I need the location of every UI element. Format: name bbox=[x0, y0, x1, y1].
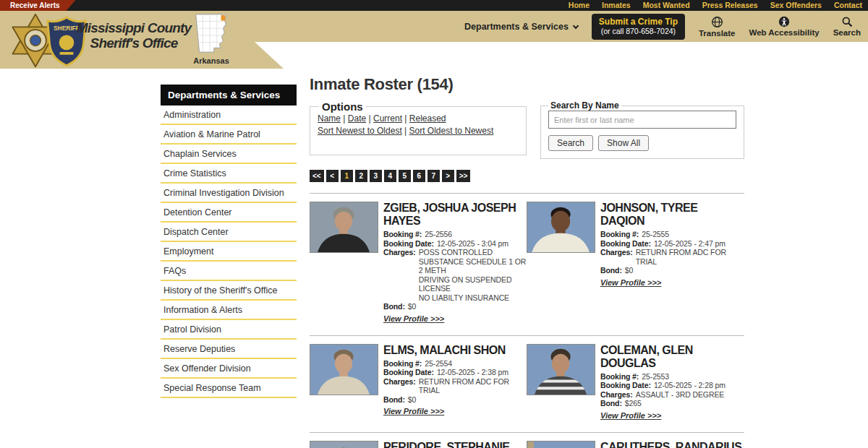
sidebar-item-criminal-investigation-division[interactable]: Criminal Investigation Division bbox=[161, 184, 297, 203]
accessibility-label: Web Accessibility bbox=[749, 28, 819, 37]
sidebar-item-dispatch-center[interactable]: Dispatch Center bbox=[161, 223, 297, 242]
view-profile-link[interactable]: View Profile >>> bbox=[600, 278, 661, 287]
page-1-button[interactable]: 1 bbox=[341, 170, 353, 182]
booking-no-value: 25-2555 bbox=[642, 230, 669, 239]
filter-date-link[interactable]: Date bbox=[348, 113, 366, 124]
inmate-name[interactable]: ELMS, MALACHI SHON bbox=[383, 344, 527, 357]
booking-date-label: Booking Date: bbox=[383, 239, 434, 249]
sidebar-item-information-alerts[interactable]: Information & Alerts bbox=[161, 301, 297, 320]
charges-label: Charges: bbox=[383, 377, 416, 395]
sidebar-item-crime-statistics[interactable]: Crime Statistics bbox=[161, 164, 297, 184]
sidebar-item-administration[interactable]: Administration bbox=[161, 105, 297, 125]
page-7-button[interactable]: 7 bbox=[427, 170, 440, 182]
web-accessibility-button[interactable]: Web Accessibility bbox=[749, 16, 819, 37]
show-all-button[interactable]: Show All bbox=[598, 135, 649, 151]
sort-oldest-link[interactable]: Sort Oldest to Newest bbox=[409, 126, 494, 136]
crime-tip-title: Submit a Crime Tip bbox=[599, 17, 678, 27]
nav-contact[interactable]: Contact bbox=[834, 0, 862, 11]
sidebar-title: Departments & Services bbox=[161, 85, 297, 105]
booking-date-label: Booking Date: bbox=[383, 368, 434, 377]
separator: | bbox=[369, 113, 371, 124]
charge-item: NO LIABILTY INSURANCE bbox=[419, 293, 527, 303]
top-navigation: Home Inmates Most Wanted Press Releases … bbox=[569, 0, 862, 11]
charges-value: ASSAULT - 3RD DEGREE bbox=[636, 390, 724, 400]
inmate-card-zgieb: ZGIEB, JOSHUA JOSEPH HAYES Booking #:25-… bbox=[310, 202, 527, 324]
page-first-button[interactable]: << bbox=[310, 170, 324, 182]
filter-links: Name | Date | Current | Released bbox=[318, 113, 519, 125]
agency-logo-group: SHERIFF Mississippi County Sheriff's Off… bbox=[0, 11, 284, 69]
state-label: Arkansas bbox=[192, 56, 230, 65]
sidebar-item-history[interactable]: History of the Sheriff's Office bbox=[161, 281, 297, 301]
inmate-name[interactable]: CARUTHERS, RANDARIUS MALIK bbox=[600, 441, 744, 448]
departments-services-dropdown[interactable]: Departments & Services bbox=[464, 22, 578, 32]
view-profile-link[interactable]: View Profile >>> bbox=[383, 407, 444, 415]
sidebar-item-detention-center[interactable]: Detention Center bbox=[161, 203, 297, 223]
charge-item: DRIVING ON SUSPENDED LICENSE bbox=[419, 275, 527, 293]
nav-press-releases[interactable]: Press Releases bbox=[702, 0, 758, 11]
inmate-roster-page: Receive Alerts Home Inmates Most Wanted … bbox=[0, 0, 868, 448]
charge-item: POSS CONTROLLED SUBSTANCE SCHEDULE 1 OR … bbox=[419, 248, 527, 275]
receive-alerts-button[interactable]: Receive Alerts bbox=[0, 0, 76, 11]
filter-current-link[interactable]: Current bbox=[373, 113, 402, 124]
booking-no-value: 25-2556 bbox=[425, 230, 452, 239]
sidebar-item-special-response-team[interactable]: Special Response Team bbox=[161, 379, 297, 398]
inmate-name[interactable]: PERIDORE, STEPHANIE RENEE bbox=[383, 441, 527, 448]
nav-most-wanted[interactable]: Most Wanted bbox=[643, 0, 690, 11]
translate-button[interactable]: Translate bbox=[699, 16, 736, 38]
page-5-button[interactable]: 5 bbox=[399, 170, 411, 182]
nav-sex-offenders[interactable]: Sex Offenders bbox=[770, 0, 822, 11]
separator: | bbox=[404, 126, 407, 136]
mugshot-photo[interactable] bbox=[310, 344, 378, 395]
charges-value: RETURN FROM ADC FOR TRIAL bbox=[419, 377, 527, 395]
sidebar-item-aviation-marine-patrol[interactable]: Aviation & Marine Patrol bbox=[161, 125, 297, 145]
page-6-button[interactable]: 6 bbox=[413, 170, 425, 182]
name-search-input[interactable] bbox=[548, 111, 736, 129]
sidebar-item-chaplain-services[interactable]: Chaplain Services bbox=[161, 145, 297, 164]
search-button[interactable]: Search bbox=[548, 135, 593, 151]
page-3-button[interactable]: 3 bbox=[370, 170, 382, 182]
charges-value: POSS CONTROLLED SUBSTANCE SCHEDULE 1 OR … bbox=[419, 248, 527, 302]
mugshot-photo[interactable] bbox=[310, 441, 378, 448]
page-last-button[interactable]: >> bbox=[456, 170, 471, 182]
inmate-info: ELMS, MALACHI SHON Booking #:25-2554 Boo… bbox=[383, 344, 527, 421]
site-search-button[interactable]: Search bbox=[833, 16, 861, 37]
search-buttons: Search Show All bbox=[548, 135, 736, 151]
sidebar-item-patrol-division[interactable]: Patrol Division bbox=[161, 320, 297, 340]
booking-no-value: 25-2554 bbox=[425, 359, 452, 369]
inmate-name[interactable]: ZGIEB, JOSHUA JOSEPH HAYES bbox=[383, 202, 527, 228]
page-2-button[interactable]: 2 bbox=[355, 170, 367, 182]
bond-value: $265 bbox=[625, 399, 642, 408]
inmate-info: ZGIEB, JOSHUA JOSEPH HAYES Booking #:25-… bbox=[383, 202, 527, 324]
mugshot-photo[interactable] bbox=[310, 202, 378, 253]
globe-icon bbox=[711, 16, 723, 28]
sidebar-item-employment[interactable]: Employment bbox=[161, 242, 297, 262]
agency-name-line2: Sheriff's Office bbox=[75, 35, 192, 51]
sidebar-item-reserve-deputies[interactable]: Reserve Deputies bbox=[161, 340, 297, 359]
booking-date-value: 12-05-2025 - 2:38 pm bbox=[437, 368, 509, 377]
booking-no-label: Booking #: bbox=[600, 230, 639, 239]
view-profile-link[interactable]: View Profile >>> bbox=[600, 411, 661, 420]
sidebar-item-sex-offender-division[interactable]: Sex Offender Division bbox=[161, 359, 297, 379]
sidebar-item-faqs[interactable]: FAQs bbox=[161, 262, 297, 281]
view-profile-link[interactable]: View Profile >>> bbox=[383, 314, 444, 323]
booking-date-label: Booking Date: bbox=[600, 239, 651, 249]
nav-home[interactable]: Home bbox=[569, 0, 590, 11]
page-prev-button[interactable]: < bbox=[326, 170, 339, 182]
filter-name-link[interactable]: Name bbox=[318, 113, 341, 124]
page-next-button[interactable]: > bbox=[442, 170, 454, 182]
submit-crime-tip-button[interactable]: Submit a Crime Tip (or call 870-658-7024… bbox=[592, 14, 685, 40]
inmate-name[interactable]: COLEMAN, GLEN DOUGLAS bbox=[600, 344, 744, 370]
accessibility-icon bbox=[778, 16, 790, 27]
filter-released-link[interactable]: Released bbox=[409, 113, 446, 124]
page-4-button[interactable]: 4 bbox=[384, 170, 396, 182]
mugshot-photo[interactable] bbox=[527, 441, 595, 448]
chevron-down-icon bbox=[573, 22, 579, 28]
inmate-name[interactable]: JOHNSON, TYREE DAQION bbox=[600, 202, 744, 228]
sort-newest-link[interactable]: Sort Newest to Oldest bbox=[318, 126, 402, 136]
charges-label: Charges: bbox=[383, 248, 416, 302]
booking-no-value: 25-2553 bbox=[642, 372, 669, 382]
mugshot-photo[interactable] bbox=[527, 344, 595, 395]
crime-tip-phone: (or call 870-658-7024) bbox=[599, 27, 678, 36]
nav-inmates[interactable]: Inmates bbox=[602, 0, 631, 11]
mugshot-photo[interactable] bbox=[527, 202, 595, 253]
